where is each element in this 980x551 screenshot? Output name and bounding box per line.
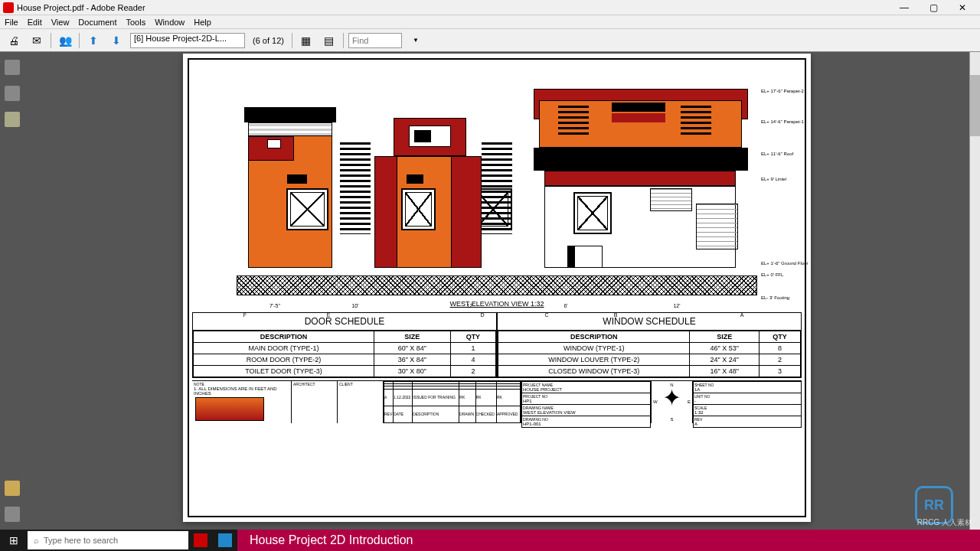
page-next-icon[interactable]: ⬇ — [107, 31, 126, 50]
th: SIZE — [690, 331, 760, 343]
grid-label: A — [738, 312, 746, 318]
menu-view[interactable]: View — [51, 18, 70, 27]
page-counter: (6 of 12) — [250, 36, 287, 45]
document-viewer[interactable]: EL+ 17'-6" Parapet-2 EL+ 14'-6" Parapet-… — [24, 52, 969, 530]
grid-label: C — [543, 312, 550, 318]
th: DESCRIPTION — [194, 331, 374, 343]
grid-label: B — [612, 312, 619, 318]
dim: 12' — [635, 303, 719, 308]
menu-bar: File Edit View Document Tools Window Hel… — [0, 15, 980, 29]
page-prev-icon[interactable]: ⬆ — [84, 31, 103, 50]
dim: 12' — [428, 303, 512, 308]
print-icon[interactable]: 🖨 — [5, 31, 23, 50]
vertical-scrollbar[interactable] — [969, 52, 980, 530]
minimize-button[interactable]: — — [890, 0, 919, 15]
table-row: CLOSED WINDOW (TYPE-3)16" X 48"3 — [498, 366, 801, 377]
window-schedule-table: WINDOW SCHEDULE DESCRIPTION SIZE QTY WIN… — [497, 312, 802, 378]
elevation-drawing: EL+ 17'-6" Parapet-2 EL+ 14'-6" Parapet-… — [237, 66, 757, 295]
attachments-panel-icon[interactable] — [5, 507, 20, 522]
watermark-text: RRCG 人人素材 — [917, 517, 972, 528]
el-label: EL+ 1'-6" Ground Floor — [761, 261, 830, 266]
maximize-button[interactable]: ▢ — [919, 0, 948, 15]
th: SIZE — [374, 331, 450, 343]
document-selector[interactable]: [6] House Project-2D-L... — [130, 33, 245, 48]
el-label: EL+ 9' Lintel — [761, 177, 830, 181]
grid-label: F — [241, 312, 249, 318]
taskbar-search[interactable]: ⌕ Type here to search — [28, 531, 188, 549]
el-label: EL- 3' Footing — [761, 295, 830, 300]
th: QTY — [760, 331, 801, 343]
separator — [292, 33, 292, 48]
separator — [343, 33, 344, 48]
taskbar-app-icon[interactable] — [213, 530, 237, 551]
single-page-icon[interactable]: ▦ — [297, 31, 315, 50]
signatures-panel-icon[interactable] — [5, 481, 20, 496]
menu-document[interactable]: Document — [78, 18, 116, 27]
door-schedule-title: DOOR SCHEDULE — [193, 313, 496, 331]
architect-label: ARCHITECT — [293, 382, 335, 386]
compass-icon — [658, 383, 686, 411]
close-button[interactable]: ✕ — [948, 0, 977, 15]
menu-tools[interactable]: Tools — [126, 18, 146, 27]
title-bar: House Project.pdf - Adobe Reader — ▢ ✕ — [0, 0, 980, 15]
th: QTY — [450, 331, 495, 343]
find-input[interactable] — [348, 33, 402, 48]
search-icon: ⌕ — [34, 536, 39, 545]
watermark: RR RRCG 人人素材 — [896, 482, 972, 528]
nav-sidebar — [0, 52, 24, 530]
email-icon[interactable]: ✉ — [28, 31, 46, 50]
table-row: ROOM DOOR (TYPE-2)36" X 84"4 — [194, 354, 496, 366]
pages-panel-icon[interactable] — [5, 60, 20, 75]
video-title: House Project 2D Introduction — [237, 530, 980, 551]
table-row: WINDOW (TYPE-1)46" X 53"8 — [498, 343, 801, 354]
search-placeholder: Type here to search — [44, 536, 118, 545]
separator — [51, 33, 51, 48]
find-dropdown-icon[interactable]: ▼ — [407, 31, 425, 50]
grid-label: D — [479, 312, 486, 318]
taskbar-adobe-icon[interactable] — [188, 530, 213, 551]
app-icon — [3, 2, 14, 13]
dim: 7'-5" — [244, 303, 305, 308]
thumbnail-image — [195, 397, 264, 421]
menu-window[interactable]: Window — [155, 18, 185, 27]
title-block: NOTE 1. ALL DIMENSIONS ARE IN FEET AND I… — [192, 380, 802, 423]
el-label: EL+ 11'-6" Roof — [761, 152, 830, 156]
taskbar: ⊞ ⌕ Type here to search House Project 2D… — [0, 530, 980, 551]
separator — [79, 33, 80, 48]
menu-help[interactable]: Help — [194, 18, 211, 27]
scrollbar-thumb[interactable] — [970, 75, 980, 136]
el-label: EL+ 14'-6" Parapet-1 — [761, 119, 830, 124]
bookmarks-panel-icon[interactable] — [5, 86, 20, 101]
note-text: 1. ALL DIMENSIONS ARE IN FEET AND INCHES — [194, 386, 289, 396]
layers-panel-icon[interactable] — [5, 112, 20, 127]
grid-label: E — [325, 312, 332, 318]
continuous-icon[interactable]: ▤ — [320, 31, 338, 50]
client-label: CLIENT — [339, 382, 381, 386]
el-label: EL+ 17'-6" Parapet-2 — [761, 89, 830, 93]
el-label: EL+ 0' FFL — [761, 272, 830, 277]
th: DESCRIPTION — [498, 331, 690, 343]
pdf-page: EL+ 17'-6" Parapet-2 EL+ 14'-6" Parapet-… — [183, 54, 811, 522]
dim: 6' — [543, 303, 589, 308]
table-row: WINDOW LOUVER (TYPE-2)24" X 24"2 — [498, 354, 801, 366]
start-button[interactable]: ⊞ — [0, 530, 28, 551]
toolbar: 🖨 ✉ 👥 ⬆ ⬇ [6] House Project-2D-L... (6 o… — [0, 29, 980, 52]
window-title: House Project.pdf - Adobe Reader — [17, 3, 145, 12]
table-row: TOILET DOOR (TYPE-3)30" X 80"2 — [194, 366, 496, 377]
dim: 10' — [321, 303, 390, 308]
collaborate-icon[interactable]: 👥 — [56, 31, 74, 50]
menu-file[interactable]: File — [5, 18, 18, 27]
menu-edit[interactable]: Edit — [28, 18, 42, 27]
table-row: MAIN DOOR (TYPE-1)60" X 84"1 — [194, 343, 496, 354]
door-schedule-table: DOOR SCHEDULE DESCRIPTION SIZE QTY MAIN … — [192, 312, 497, 378]
